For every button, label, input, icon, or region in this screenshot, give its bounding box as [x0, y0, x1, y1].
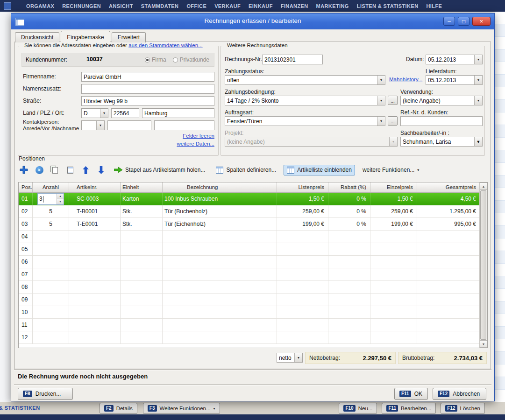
column-header[interactable]: Gesamtpreis — [417, 182, 480, 192]
anzahl-input[interactable]: 3▲▼ — [37, 193, 64, 205]
table-row[interactable]: 10 — [19, 306, 480, 319]
cell-anzahl — [33, 319, 69, 331]
table-row[interactable]: 11 — [19, 319, 480, 331]
lieferdatum-select[interactable]: 05.12.2013 ▾ — [426, 75, 483, 85]
copy-position-button[interactable] — [49, 164, 60, 175]
menu-item[interactable]: FINANZEN — [281, 3, 308, 9]
artikelliste-button[interactable]: Artikelliste einblenden — [284, 165, 355, 175]
datum-select[interactable]: 05.12.2013 ▾ — [426, 55, 483, 64]
move-up-button[interactable] — [80, 164, 91, 175]
stapel-button[interactable]: Stapel aus Artikelstamm holen... — [111, 165, 208, 175]
menu-item[interactable]: EINKAUF — [249, 3, 273, 9]
menu-item[interactable]: OFFICE — [186, 3, 206, 9]
cell-gesamtpreis — [417, 331, 480, 344]
cell-anzahl: 3▲▼ — [33, 193, 69, 205]
paste-position-button[interactable] — [64, 164, 76, 175]
netto-brutto-select[interactable]: netto ▾ — [277, 353, 303, 363]
ort-input[interactable] — [142, 108, 214, 118]
scrollbar-thumb[interactable] — [480, 190, 486, 340]
auftragsart-select[interactable]: Fenster/Türen ▾ — [225, 116, 385, 126]
felder-leeren-link[interactable]: Felder leeren — [183, 133, 214, 139]
anrede-select[interactable]: ▾ — [81, 120, 105, 130]
spinner[interactable]: ▲▼ — [57, 194, 64, 204]
radio-privatkunde[interactable]: Privatkunde — [173, 56, 209, 63]
minimize-button[interactable]: – — [443, 17, 455, 26]
mahnhistory-link[interactable]: Mahnhistory... — [389, 77, 422, 82]
rechnungsnr-input[interactable] — [262, 55, 323, 64]
background-button[interactable]: F3Weitere Funktionen...▾ — [143, 403, 220, 414]
maximize-button[interactable]: □ — [458, 17, 469, 26]
column-header[interactable]: Anzahl — [33, 182, 69, 192]
menu-item[interactable]: ORGAMAX — [26, 3, 54, 9]
zahlungsbedingung-more-button[interactable]: ... — [388, 96, 398, 105]
background-button[interactable]: F10Neu... — [339, 403, 377, 414]
move-down-button[interactable] — [95, 164, 107, 175]
tab-eingabemaske[interactable]: Eingabemaske — [61, 31, 110, 42]
stammdaten-link[interactable]: aus den Stammdaten wählen... — [128, 42, 203, 48]
menu-item[interactable]: ANSICHT — [109, 3, 133, 9]
table-row[interactable]: 08 — [19, 281, 480, 294]
column-header[interactable]: Artikelnr. — [69, 182, 121, 192]
menu-item[interactable]: STAMMDATEN — [141, 3, 179, 9]
menu-item[interactable]: VERKAUF — [214, 3, 241, 9]
background-button[interactable]: F11Bearbeiten... — [382, 403, 436, 414]
spalten-definieren-button[interactable]: Spalten definieren... — [213, 165, 279, 175]
column-header[interactable]: Bezeichnung — [163, 182, 277, 192]
menu-item[interactable]: HILFE — [426, 3, 442, 9]
column-header[interactable]: Pos. — [19, 182, 33, 192]
table-row[interactable]: 05 — [19, 243, 480, 256]
refnr-input[interactable] — [400, 116, 483, 126]
vorname-input[interactable] — [107, 120, 151, 130]
auftragsart-more-button[interactable]: ... — [388, 116, 398, 126]
verwendung-select[interactable]: (keine Angabe) ▾ — [400, 96, 483, 105]
background-button[interactable]: F2Details — [100, 403, 137, 414]
column-header[interactable]: Rabatt (%) — [328, 182, 370, 192]
cell-einheit — [121, 268, 163, 281]
cell-anzahl — [33, 243, 69, 256]
close-button[interactable]: × — [472, 17, 491, 26]
cell-listenpreis — [277, 268, 328, 281]
sachbearbeiter-select[interactable]: Schuhmann, Larisa ▼ — [400, 137, 483, 147]
tab-druckansicht[interactable]: Druckansicht — [15, 32, 59, 42]
column-header[interactable]: Einheit — [121, 182, 163, 192]
column-header[interactable]: Einzelpreis — [370, 182, 417, 192]
abbrechen-button[interactable]: F12 Abbrechen — [433, 388, 486, 400]
land-select[interactable]: D ▾ — [81, 108, 108, 118]
plz-input[interactable] — [111, 108, 139, 118]
background-button[interactable]: F12Löschen — [441, 403, 485, 414]
table-scrollbar[interactable]: ▲ ▼ — [479, 182, 487, 348]
radio-firma[interactable]: Firma — [145, 56, 166, 63]
scroll-down-icon[interactable]: ▼ — [480, 340, 487, 348]
delete-position-button[interactable]: × — [34, 164, 45, 175]
cell-listenpreis — [277, 231, 328, 243]
zahlungsstatus-select[interactable]: offen ▾ — [225, 75, 385, 85]
scroll-up-icon[interactable]: ▲ — [480, 182, 487, 190]
nachname-input[interactable] — [154, 120, 214, 130]
table-row[interactable]: 06 — [19, 256, 480, 268]
drucken-button[interactable]: F8 Drucken... — [18, 388, 73, 400]
table-row[interactable]: 07 — [19, 268, 480, 281]
tab-erweitert[interactable]: Erweitert — [112, 32, 146, 42]
table-row[interactable]: 12 — [19, 331, 480, 344]
weitere-daten-link[interactable]: weitere Daten... — [177, 141, 214, 147]
table-row[interactable]: 04 — [19, 231, 480, 243]
menu-item[interactable]: RECHNUNGEN — [62, 3, 101, 9]
table-row[interactable]: 013▲▼SC-0003Karton100 Inbus Schrauben1,5… — [19, 193, 480, 205]
namenszusatz-input[interactable] — [81, 84, 214, 94]
firmenname-input[interactable] — [81, 72, 214, 82]
cell-anzahl: 5 — [33, 218, 69, 231]
table-row[interactable]: 025T-B0001Stk.Tür (Buchenholz)259,00 €0 … — [19, 205, 480, 218]
strasse-input[interactable] — [81, 96, 214, 106]
dialog-titlebar[interactable]: Rechnungen erfassen / bearbeiten – □ × — [11, 14, 494, 29]
status-text: Die Rechnung wurde noch nicht ausgegeben — [18, 373, 148, 380]
zahlungsbedingung-select[interactable]: 14 Tage / 2% Skonto ▾ — [225, 96, 385, 105]
kundennummer-strip: Kundennummer: 10037 Firma Privatkunde — [21, 53, 214, 67]
menu-item[interactable]: LISTEN & STATISTIKEN — [357, 3, 419, 9]
add-position-button[interactable] — [18, 164, 29, 175]
weitere-funktionen-button[interactable]: weitere Funktionen... ▾ — [359, 165, 422, 175]
column-header[interactable]: Listenpreis — [277, 182, 328, 192]
menu-item[interactable]: MARKETING — [316, 3, 349, 9]
ok-button[interactable]: F11 OK — [394, 388, 428, 400]
table-row[interactable]: 09 — [19, 294, 480, 306]
table-row[interactable]: 035T-E0001Stk.Tür (Eichenholz)199,00 €0 … — [19, 218, 480, 231]
